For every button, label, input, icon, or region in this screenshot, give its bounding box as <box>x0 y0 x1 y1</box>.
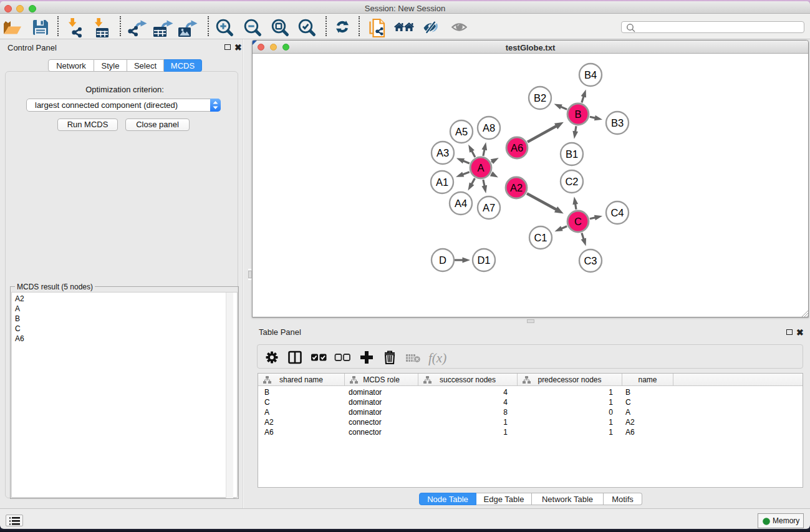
svg-text:A1: A1 <box>436 177 448 188</box>
svg-text:C2: C2 <box>565 176 578 187</box>
svg-text:A3: A3 <box>436 147 449 158</box>
svg-text:f(x): f(x) <box>428 351 446 365</box>
svg-text:B3: B3 <box>611 117 624 128</box>
svg-text:A8: A8 <box>483 122 495 133</box>
svg-text:A7: A7 <box>483 202 495 213</box>
svg-text:D1: D1 <box>477 254 490 266</box>
svg-text:C: C <box>574 216 582 227</box>
svg-text:B2: B2 <box>534 92 546 104</box>
svg-text:D: D <box>439 254 446 266</box>
svg-text:A: A <box>477 162 484 173</box>
svg-text:A6: A6 <box>511 142 523 153</box>
svg-text:B: B <box>574 109 581 120</box>
svg-text:A4: A4 <box>455 198 467 209</box>
svg-text:B1: B1 <box>566 148 578 160</box>
svg-text:C1: C1 <box>534 232 547 243</box>
svg-text:A2: A2 <box>510 182 523 193</box>
svg-text:B4: B4 <box>584 69 597 80</box>
svg-text:C3: C3 <box>584 255 597 266</box>
svg-text:C4: C4 <box>610 207 624 218</box>
svg-text:A5: A5 <box>455 126 468 137</box>
